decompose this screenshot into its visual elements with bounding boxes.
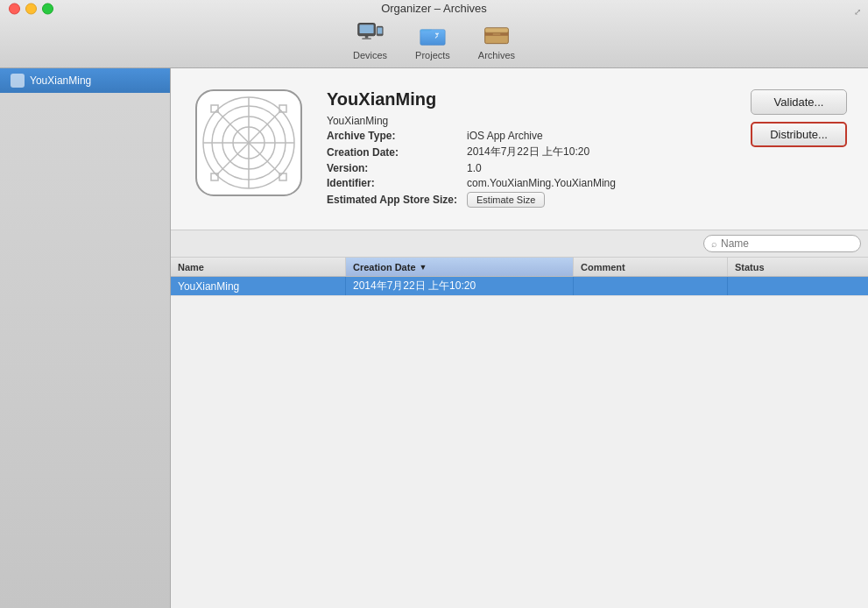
table-area: ⌕ Name Creation Date ▼ Comment Status [171, 230, 868, 608]
table-body: YouXianMing 2014年7月22日 上午10:20 [171, 277, 868, 608]
sort-arrow-icon: ▼ [420, 263, 427, 272]
identifier-label: Identifier: [327, 177, 467, 189]
app-detail-section: YouXianMing YouXianMing Archive Type: iO… [171, 68, 868, 230]
toolbar: Devices [339, 17, 529, 67]
th-creation-date[interactable]: Creation Date ▼ [346, 258, 574, 276]
table-row[interactable]: YouXianMing 2014年7月22日 上午10:20 [171, 277, 868, 296]
archive-type-value: iOS App Archive [467, 130, 543, 142]
td-date: 2014年7月22日 上午10:20 [346, 277, 574, 295]
td-comment [574, 277, 728, 295]
info-row-version: Version: 1.0 [327, 162, 730, 174]
version-label: Version: [327, 162, 467, 174]
content-panel: YouXianMing YouXianMing Archive Type: iO… [171, 68, 868, 608]
window-controls[interactable] [9, 3, 53, 14]
close-button[interactable] [9, 3, 20, 14]
archive-type-label: Archive Type: [327, 130, 467, 142]
archives-icon [483, 20, 511, 48]
svg-rect-7 [420, 30, 445, 46]
search-wrapper[interactable]: ⌕ [703, 235, 861, 252]
td-status [728, 277, 868, 295]
info-row-identifier: Identifier: com.YouXianMing.YouXianMing [327, 177, 730, 189]
titlebar: Organizer – Archives ⤢ Devices [0, 0, 868, 68]
svg-rect-5 [378, 27, 382, 33]
toolbar-devices[interactable]: Devices [339, 17, 401, 64]
app-sub-name: YouXianMing [327, 115, 388, 127]
svg-rect-3 [362, 38, 371, 39]
search-bar: ⌕ [171, 230, 868, 258]
creation-date-label: Creation Date: [327, 146, 467, 159]
projects-label: Projects [415, 50, 450, 60]
identifier-value: com.YouXianMing.YouXianMing [467, 177, 616, 189]
version-value: 1.0 [467, 162, 482, 174]
search-input[interactable] [721, 237, 853, 250]
info-row-appname: YouXianMing [327, 115, 730, 127]
info-row-creationdate: Creation Date: 2014年7月22日 上午10:20 [327, 145, 730, 159]
app-name-large: YouXianMing [327, 89, 730, 110]
main-area: YouXianMing [0, 68, 868, 608]
svg-rect-11 [492, 34, 500, 35]
info-row-appstoresize: Estimated App Store Size: Estimate Size [327, 192, 730, 208]
app-info: YouXianMing YouXianMing Archive Type: iO… [327, 86, 730, 210]
app-icon [192, 86, 306, 200]
minimize-button[interactable] [25, 3, 37, 14]
creation-date-value: 2014年7月22日 上午10:20 [467, 145, 589, 159]
th-status[interactable]: Status [728, 258, 868, 276]
validate-button[interactable]: Validate... [751, 89, 847, 115]
svg-rect-1 [359, 25, 373, 33]
maximize-button[interactable] [42, 3, 53, 14]
action-buttons: Validate... Distribute... [751, 86, 847, 147]
sidebar-app-icon [11, 74, 25, 88]
sidebar: YouXianMing [0, 68, 171, 608]
td-name: YouXianMing [171, 277, 346, 295]
toolbar-projects[interactable]: Projects [401, 17, 464, 64]
toolbar-archives[interactable]: Archives [464, 17, 529, 64]
projects-icon [419, 20, 447, 48]
svg-rect-2 [364, 36, 368, 39]
titlebar-top: Organizer – Archives ⤢ [0, 0, 868, 17]
info-row-archivetype: Archive Type: iOS App Archive [327, 130, 730, 142]
archives-label: Archives [478, 50, 515, 60]
estimate-size-button[interactable]: Estimate Size [467, 192, 545, 208]
search-icon: ⌕ [711, 238, 717, 249]
resize-icon[interactable]: ⤢ [854, 7, 861, 17]
window-title: Organizer – Archives [381, 2, 487, 15]
sidebar-item-youxianming[interactable]: YouXianMing [0, 68, 170, 93]
th-comment[interactable]: Comment [574, 258, 728, 276]
devices-icon [356, 20, 385, 48]
th-name[interactable]: Name [171, 258, 346, 276]
svg-rect-6 [378, 34, 380, 35]
table-header: Name Creation Date ▼ Comment Status [171, 258, 868, 277]
appstore-size-label: Estimated App Store Size: [327, 194, 467, 206]
sidebar-item-label: YouXianMing [30, 74, 91, 87]
distribute-button[interactable]: Distribute... [751, 122, 847, 147]
devices-label: Devices [353, 50, 387, 60]
svg-rect-12 [485, 28, 509, 32]
